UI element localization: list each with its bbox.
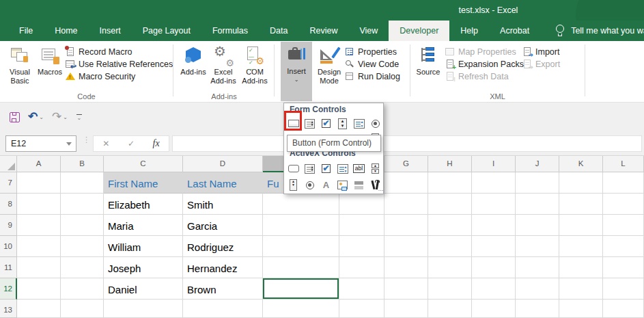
activex-text-box-control[interactable]: abl bbox=[352, 161, 366, 176]
cell-k9[interactable] bbox=[559, 215, 603, 236]
import-button[interactable]: ➜ Import bbox=[522, 46, 559, 57]
activex-spin-button-control[interactable]: ▲▼ bbox=[368, 161, 382, 176]
cell-b11[interactable] bbox=[61, 257, 104, 278]
cell-k12[interactable] bbox=[559, 278, 603, 300]
formula-bar-resizer[interactable]: ⋮ bbox=[83, 137, 87, 142]
form-spin-button-control[interactable]: ▲▼ bbox=[335, 116, 350, 131]
tell-me-box[interactable]: Tell me what you want to do bbox=[555, 21, 644, 41]
activex-more-controls[interactable]: … bbox=[368, 178, 382, 192]
cell-d11[interactable]: Hernandez bbox=[183, 257, 263, 278]
cell-d13[interactable] bbox=[183, 300, 263, 318]
cell-i10[interactable] bbox=[472, 236, 516, 257]
tab-review[interactable]: Review bbox=[298, 21, 348, 41]
cell-g7[interactable] bbox=[384, 172, 428, 194]
addins-button[interactable]: Add-ins bbox=[178, 42, 209, 77]
cell-i11[interactable] bbox=[472, 257, 516, 278]
activex-toggle-button-control[interactable] bbox=[352, 178, 366, 192]
form-combo-box-control[interactable]: ▴▾ bbox=[303, 116, 317, 131]
cell-c12[interactable]: Daniel bbox=[104, 278, 183, 300]
cell-h12[interactable] bbox=[428, 278, 472, 300]
cell-b7[interactable] bbox=[61, 172, 104, 194]
row-header-9[interactable]: 9 bbox=[0, 215, 17, 236]
cell-k8[interactable] bbox=[559, 194, 603, 215]
name-box[interactable]: E12 bbox=[5, 135, 76, 152]
cell-k7[interactable] bbox=[559, 172, 603, 194]
cell-g9[interactable] bbox=[384, 215, 428, 236]
insert-controls-button[interactable]: Insert ⌄ bbox=[281, 42, 312, 101]
cell-d10[interactable]: Rodriguez bbox=[183, 236, 263, 257]
use-relative-references-button[interactable]: ↩ Use Relative References bbox=[66, 58, 173, 70]
cell-e11[interactable] bbox=[263, 257, 339, 278]
tab-view[interactable]: View bbox=[348, 21, 389, 41]
cell-d7[interactable]: Last Name bbox=[183, 172, 263, 194]
row-header-7[interactable]: 7 bbox=[0, 172, 17, 194]
cell-b10[interactable] bbox=[61, 236, 104, 257]
undo-button[interactable]: ↶⌄ bbox=[25, 109, 46, 124]
cell-e10[interactable] bbox=[263, 236, 339, 257]
cell-g12[interactable] bbox=[384, 278, 428, 300]
cell-i12[interactable] bbox=[472, 278, 516, 300]
row-header-10[interactable]: 10 bbox=[0, 236, 17, 257]
cell-l10[interactable] bbox=[603, 236, 644, 257]
activex-command-button-control[interactable] bbox=[286, 161, 300, 176]
activex-list-box-control[interactable]: ▲▼ bbox=[335, 161, 350, 176]
cell-a8[interactable] bbox=[17, 194, 61, 215]
column-header-l[interactable]: L bbox=[603, 156, 644, 172]
cell-h10[interactable] bbox=[428, 236, 472, 257]
column-header-j[interactable]: J bbox=[516, 156, 559, 172]
activex-option-button-control[interactable] bbox=[303, 178, 317, 192]
cell-f10[interactable] bbox=[339, 236, 384, 257]
cell-e13[interactable] bbox=[263, 300, 339, 318]
customize-quick-access-toolbar-button[interactable]: ⌄ bbox=[73, 113, 85, 122]
column-header-d[interactable]: D bbox=[183, 156, 263, 172]
view-code-button[interactable]: View Code bbox=[345, 58, 399, 70]
cell-a13[interactable] bbox=[17, 300, 61, 318]
cell-c7[interactable]: First Name bbox=[104, 172, 183, 194]
activex-scroll-bar-control[interactable]: ▲▼ bbox=[286, 178, 300, 192]
cell-k11[interactable] bbox=[559, 257, 603, 278]
activex-check-box-control[interactable]: ✔ bbox=[319, 161, 333, 176]
select-all-button[interactable] bbox=[0, 156, 17, 172]
cell-f11[interactable] bbox=[339, 257, 384, 278]
form-option-button-control[interactable] bbox=[368, 116, 382, 131]
cell-j7[interactable] bbox=[516, 172, 559, 194]
tab-home[interactable]: Home bbox=[44, 21, 88, 41]
cell-b9[interactable] bbox=[61, 215, 104, 236]
cell-g10[interactable] bbox=[384, 236, 428, 257]
cell-h9[interactable] bbox=[428, 215, 472, 236]
cell-c11[interactable]: Joseph bbox=[104, 257, 183, 278]
com-addins-button[interactable]: ✓—✓—⚙ COM Add-ins bbox=[239, 42, 270, 85]
cell-i7[interactable] bbox=[472, 172, 516, 194]
cell-h7[interactable] bbox=[428, 172, 472, 194]
cell-c13[interactable] bbox=[104, 300, 183, 318]
cell-d8[interactable]: Smith bbox=[183, 194, 263, 215]
tab-insert[interactable]: Insert bbox=[89, 21, 132, 41]
redo-button[interactable]: ↷⌄ bbox=[49, 109, 70, 124]
cell-k13[interactable] bbox=[559, 300, 603, 318]
cancel-button[interactable]: ✕ bbox=[102, 139, 109, 148]
cell-l7[interactable] bbox=[603, 172, 644, 194]
cell-e8[interactable] bbox=[263, 194, 339, 215]
cell-l8[interactable] bbox=[603, 194, 644, 215]
activex-image-control[interactable] bbox=[335, 178, 350, 192]
cell-l11[interactable] bbox=[603, 257, 644, 278]
cell-e12-selected[interactable] bbox=[263, 278, 339, 300]
column-header-b[interactable]: B bbox=[61, 156, 104, 172]
properties-button[interactable]: Properties bbox=[345, 46, 397, 57]
cell-g8[interactable] bbox=[384, 194, 428, 215]
cell-j12[interactable] bbox=[516, 278, 559, 300]
column-header-h[interactable]: H bbox=[428, 156, 472, 172]
cell-j11[interactable] bbox=[516, 257, 559, 278]
cell-i13[interactable] bbox=[472, 300, 516, 318]
macro-security-button[interactable]: ! Macro Security bbox=[66, 70, 135, 82]
row-header-11[interactable]: 11 bbox=[0, 257, 17, 278]
cell-l13[interactable] bbox=[603, 300, 644, 318]
cell-l12[interactable] bbox=[603, 278, 644, 300]
cell-g13[interactable] bbox=[384, 300, 428, 318]
column-header-c[interactable]: C bbox=[104, 156, 183, 172]
design-mode-button[interactable]: DesignMode bbox=[313, 42, 345, 85]
activex-combo-box-control[interactable]: ▴▾ bbox=[303, 161, 317, 176]
cell-g11[interactable] bbox=[384, 257, 428, 278]
column-header-a[interactable]: A bbox=[17, 156, 61, 172]
cell-a10[interactable] bbox=[17, 236, 61, 257]
